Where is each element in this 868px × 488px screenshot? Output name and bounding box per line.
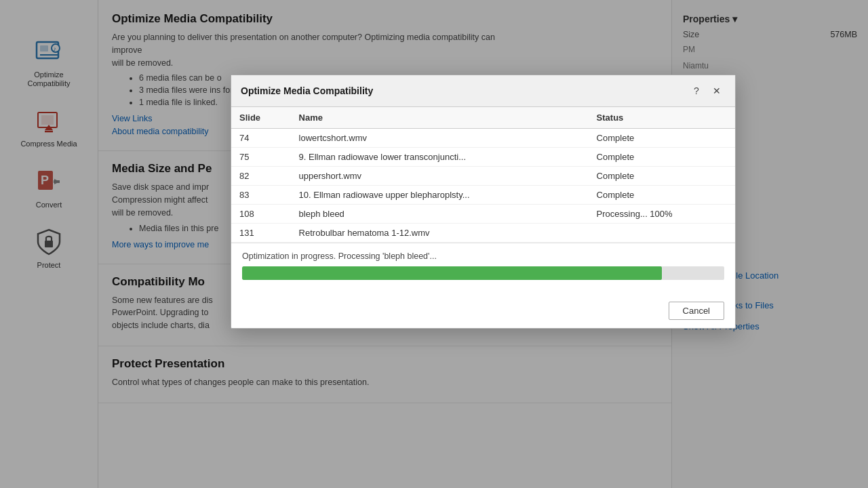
cell-name: Retrobulbar hematoma 1-12.wmv — [291, 224, 589, 243]
cell-status: Processing... 100% — [589, 205, 735, 224]
cell-status — [589, 224, 735, 243]
col-name: Name — [291, 107, 589, 129]
col-status: Status — [589, 107, 735, 129]
col-slide: Slide — [231, 107, 291, 129]
cell-status: Complete — [589, 186, 735, 205]
cell-slide: 83 — [231, 186, 291, 205]
table-row: 82uppershort.wmvComplete — [231, 167, 735, 186]
media-table: Slide Name Status 74lowertcshort.wmvComp… — [231, 107, 735, 243]
modal-table-area: Slide Name Status 74lowertcshort.wmvComp… — [231, 107, 735, 243]
cell-slide: 75 — [231, 148, 291, 167]
progress-bar-background — [242, 266, 724, 280]
cell-status: Complete — [589, 167, 735, 186]
main-panel: ♪ OptimizeCompatibility Compress Media — [0, 0, 868, 488]
table-row: 131Retrobulbar hematoma 1-12.wmv — [231, 224, 735, 243]
cell-name: 10. Ellman radiowave upper blepharoplsty… — [291, 186, 589, 205]
modal-controls: ? ✕ — [688, 82, 726, 100]
cell-name: bleph bleed — [291, 205, 589, 224]
cell-name: 9. Ellman radiowave lower transconjuncti… — [291, 148, 589, 167]
cell-status: Complete — [589, 129, 735, 148]
modal-titlebar: Optimize Media Compatibility ? ✕ — [231, 75, 735, 107]
table-row: 759. Ellman radiowave lower transconjunc… — [231, 148, 735, 167]
cell-name: uppershort.wmv — [291, 167, 589, 186]
modal-progress-area: Optimization in progress. Processing 'bl… — [231, 243, 735, 299]
progress-label: Optimization in progress. Processing 'bl… — [242, 251, 724, 261]
cancel-button[interactable]: Cancel — [669, 302, 724, 320]
modal-close-button[interactable]: ✕ — [708, 82, 726, 100]
modal-help-button[interactable]: ? — [688, 82, 705, 100]
cell-status: Complete — [589, 148, 735, 167]
cell-slide: 74 — [231, 129, 291, 148]
cell-slide: 82 — [231, 167, 291, 186]
table-row: 74lowertcshort.wmvComplete — [231, 129, 735, 148]
cell-slide: 108 — [231, 205, 291, 224]
progress-bar-fill — [242, 266, 662, 280]
optimize-modal: Optimize Media Compatibility ? ✕ Slide N… — [231, 75, 736, 329]
modal-footer: Cancel — [231, 299, 735, 328]
table-row: 8310. Ellman radiowave upper blepharopls… — [231, 186, 735, 205]
table-row: 108bleph bleedProcessing... 100% — [231, 205, 735, 224]
modal-title: Optimize Media Compatibility — [241, 85, 373, 96]
cell-slide: 131 — [231, 224, 291, 243]
cell-name: lowertcshort.wmv — [291, 129, 589, 148]
